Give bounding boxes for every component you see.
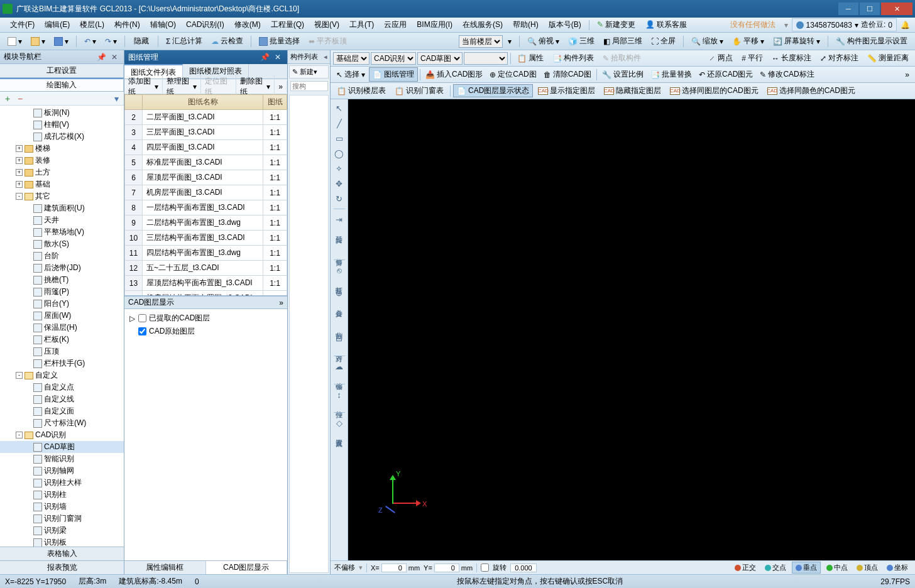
save-file-button[interactable]: ▾ [50,36,72,47]
tree-item[interactable]: 识别墙 [0,501,124,513]
tool-trim[interactable]: 修剪 [334,251,344,256]
close-icon[interactable]: ✕ [109,53,120,62]
tree-item[interactable]: 建筑面积(U) [0,202,124,214]
tool-trim-icon[interactable]: ✂ [333,236,346,248]
menu-floor[interactable]: 楼层(L) [75,18,109,31]
vertex-snap[interactable]: 顶点 [853,562,881,573]
expander-icon[interactable]: + [16,157,23,164]
menu-help[interactable]: 帮助(H) [508,18,544,31]
add-button[interactable]: + [3,94,13,104]
intersect-snap[interactable]: 交点 [762,562,789,573]
scroll-right-icon[interactable]: » [902,69,912,80]
tree-item[interactable]: 尺寸标注(W) [0,417,124,429]
layer-select-1[interactable]: 基础层 [333,52,370,65]
tool-merge[interactable]: 合并 [334,302,344,307]
tree-item[interactable]: 台阶 [0,250,124,262]
new-component-button[interactable]: ✎ 新建▾ [289,65,329,79]
tab-property-editor[interactable]: 属性编辑框 [124,561,206,574]
y-value[interactable]: 0 [434,564,459,572]
tool-split[interactable]: 分割 [334,324,344,329]
clear-cad-button[interactable]: 🗑 清除CAD图 [540,68,594,81]
scroll-right-icon[interactable]: » [275,81,287,92]
tree-item[interactable]: 雨篷(P) [0,286,124,298]
tree-item[interactable]: 保温层(H) [0,322,124,334]
tree-item[interactable]: 自定义线 [0,393,124,405]
tree-item[interactable]: 阳台(Y) [0,298,124,310]
tree-item[interactable]: 识别板 [0,536,124,547]
layer-select-4[interactable] [464,52,508,65]
local-3d-button[interactable]: ◧ 局部三维 [600,35,646,48]
parallel-button[interactable]: # 平行 [738,52,767,65]
table-row[interactable]: 14机房层结构平面布置图_t3.CADI1:1 [125,291,287,296]
tree-item[interactable]: 屋面(W) [0,310,124,322]
tree-item[interactable]: 板洞(N) [0,107,124,119]
drawing-manager-button[interactable]: 📄 图纸管理 [369,67,418,82]
batch-replace-button[interactable]: 📑 批量替换 [647,68,695,81]
close-icon[interactable]: ◂ [324,53,327,61]
menu-cad[interactable]: CAD识别(I) [181,18,229,31]
menu-component[interactable]: 构件(N) [109,18,145,31]
tool-merge-icon[interactable]: ⊕ [333,286,346,299]
dropdown-icon[interactable]: ▾ [504,36,515,47]
layer-original-checkbox[interactable] [138,327,146,335]
tool-break[interactable]: 打断 [334,279,344,284]
3d-button[interactable]: 🧊 三维 [564,35,598,48]
rotate-checkbox[interactable] [481,564,489,572]
x-value[interactable]: 0 [381,564,407,572]
pin-icon[interactable]: 📌 [258,53,272,62]
no-offset-toggle[interactable]: 不偏移 [334,563,355,572]
tree-item[interactable]: 栏杆扶手(G) [0,357,124,369]
hide-layer-button[interactable]: CAD 隐藏指定图层 [600,84,665,97]
tool-stretch[interactable]: 拉伸 [334,403,344,408]
canvas-viewport[interactable]: X Y Z [348,99,915,560]
pan-button[interactable]: ✋ 平移 ▾ [728,35,768,48]
table-row[interactable]: 11四层结构平面布置图_t3.dwg1:1 [125,246,287,261]
tree-item[interactable]: 自定义面 [0,405,124,417]
tool-move[interactable]: ✥ [333,177,346,190]
table-row[interactable]: 8一层结构平面布置图_t3.CADI1:1 [125,200,287,215]
tree-item[interactable]: 天井 [0,214,124,226]
tab-project-setting[interactable]: 工程设置 [0,64,124,77]
fullscreen-button[interactable]: ⛶ 全屏 [647,35,679,48]
tool-split-icon[interactable]: ✂ [333,309,346,322]
tree-item[interactable]: CAD草图 [0,441,124,453]
tool-rect[interactable]: ▭ [333,132,346,144]
table-row[interactable]: 4四层平面图_t3.CADI1:1 [125,140,287,155]
tool-circle[interactable]: ◯ [333,147,346,160]
table-row[interactable]: 9二层结构平面布置图_t3.dwg1:1 [125,215,287,231]
coord-snap[interactable]: 坐标 [884,562,911,573]
layer-select-2[interactable]: CAD识别 [371,52,416,65]
show-layer-button[interactable]: CAD 显示指定图层 [534,84,599,97]
select-same-layer-button[interactable]: CAD 选择同图层的CAD图元 [666,84,762,97]
menu-tool[interactable]: 工具(T) [344,18,379,31]
summary-button[interactable]: Σ 汇总计算 [162,35,206,48]
maximize-button[interactable]: ☐ [860,3,880,15]
tree-item[interactable]: 栏板(K) [0,334,124,346]
tool-snap[interactable]: 设置夹点 [334,432,344,437]
table-row[interactable]: 12五~二十五层_t3.CADI1:1 [125,261,287,276]
layer-extracted-checkbox[interactable] [138,314,146,322]
zoom-button[interactable]: 🔍 缩放 ▾ [688,35,727,48]
align-dim-button[interactable]: ⤢ 对齐标注 [816,52,862,65]
tree-item[interactable]: +土方 [0,166,124,178]
tree-item[interactable]: 识别柱 [0,489,124,501]
rotate-value[interactable]: 0.000 [510,564,537,572]
display-setting-button[interactable]: 🔧 构件图元显示设置 [832,35,911,48]
expander-icon[interactable]: + [16,181,23,188]
tree-item[interactable]: 平整场地(V) [0,226,124,238]
component-list-button[interactable]: 📑 构件列表 [549,52,598,65]
flat-top-button[interactable]: ⬌ 平齐板顶 [305,35,351,48]
expander-icon[interactable]: - [16,193,23,200]
tree-item[interactable]: +基础 [0,178,124,190]
tool-snap-icon[interactable]: ◇ [333,416,346,429]
tree-item[interactable]: 识别轴网 [0,465,124,477]
screen-rotate-button[interactable]: 🔄 屏幕旋转 ▾ [769,35,824,48]
new-file-button[interactable]: ▾ [4,36,26,47]
modify-dim-button[interactable]: ✎ 修改CAD标注 [757,68,817,81]
measure-button[interactable]: 📏 测量距离 [863,52,912,65]
account-area[interactable]: 13458750483 ▾ 造价豆: 0 [792,18,897,31]
tab-table-input[interactable]: 表格输入 [0,547,124,560]
expander-icon[interactable]: - [16,372,23,379]
menu-online[interactable]: 在线服务(S) [458,18,508,31]
insert-cad-button[interactable]: 📥 插入CAD图形 [422,68,486,81]
